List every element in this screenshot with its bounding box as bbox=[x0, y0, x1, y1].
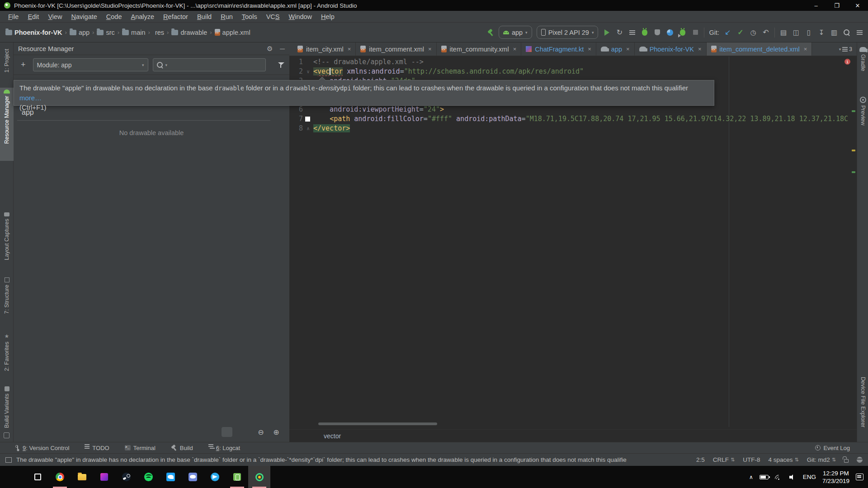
tray-expand-icon[interactable]: ∧ bbox=[749, 474, 753, 480]
menu-help[interactable]: Help bbox=[316, 13, 339, 20]
build-hammer-icon[interactable] bbox=[487, 29, 494, 36]
file-explorer-app[interactable] bbox=[71, 466, 93, 488]
avd-button[interactable] bbox=[805, 28, 813, 37]
code-line-2[interactable]: 2∨<vector xmlns:android="http://schemas.… bbox=[289, 67, 857, 76]
minimize-button[interactable]: – bbox=[806, 0, 826, 11]
add-resource-button[interactable]: + bbox=[18, 60, 28, 70]
menu-navigate[interactable]: Navigate bbox=[67, 13, 102, 20]
breadcrumb-src[interactable]: src bbox=[97, 29, 114, 36]
stripe-build-variants[interactable]: Build Variants bbox=[0, 385, 14, 430]
close-tab-icon[interactable]: × bbox=[626, 46, 630, 52]
git-commit-button[interactable] bbox=[736, 28, 745, 37]
menu-code[interactable]: Code bbox=[102, 13, 127, 20]
clock[interactable]: 12:29 PM 7/23/2019 bbox=[822, 469, 849, 485]
toolwindow-terminal[interactable]: Terminal bbox=[125, 445, 156, 451]
unlock-icon[interactable] bbox=[844, 459, 849, 463]
breadcrumb-main[interactable]: main bbox=[122, 29, 145, 36]
chrome-app[interactable] bbox=[49, 466, 71, 488]
module-dropdown[interactable]: Module: app ▾ bbox=[33, 58, 148, 71]
search-button[interactable] bbox=[843, 28, 851, 37]
tab-app[interactable]: app× bbox=[596, 42, 635, 56]
filter-icon[interactable] bbox=[278, 62, 285, 68]
close-tab-icon[interactable]: × bbox=[804, 46, 807, 52]
indent-selector[interactable]: 4 spaces⇅ bbox=[769, 456, 799, 463]
structure-button[interactable] bbox=[779, 28, 788, 37]
task-view-button[interactable] bbox=[27, 466, 49, 488]
attach-button[interactable] bbox=[679, 28, 687, 37]
git-branch-selector[interactable]: Git: md2⇅ bbox=[807, 456, 836, 463]
twitter-app[interactable] bbox=[160, 466, 182, 488]
breadcrumb-app[interactable]: app bbox=[70, 29, 90, 36]
tab-item-city-xml[interactable]: item_city.xml× bbox=[293, 42, 356, 56]
fold-marker[interactable]: ∧ bbox=[303, 124, 313, 133]
menu-build[interactable]: Build bbox=[193, 13, 216, 20]
horizontal-scrollbar[interactable] bbox=[318, 422, 437, 425]
rollback-button[interactable] bbox=[762, 28, 770, 37]
profile2-button[interactable] bbox=[830, 28, 838, 37]
zoom-out-button[interactable]: ⊖ bbox=[255, 427, 266, 437]
close-tab-icon[interactable]: × bbox=[348, 46, 351, 52]
telegram-app[interactable] bbox=[204, 466, 226, 488]
toolwindow-6-logcat[interactable]: 6: Logcat bbox=[208, 445, 241, 451]
tab-chatfragment-kt[interactable]: ChatFragment.kt× bbox=[521, 42, 596, 56]
menu-file[interactable]: File bbox=[4, 13, 23, 20]
breadcrumb-apple-xml[interactable]: apple.xml bbox=[215, 29, 250, 36]
language-indicator[interactable]: ENG bbox=[803, 474, 816, 480]
menu-analyze[interactable]: Analyze bbox=[127, 13, 159, 20]
history-button[interactable] bbox=[749, 28, 757, 37]
cube-app[interactable] bbox=[93, 466, 115, 488]
steam-app[interactable] bbox=[115, 466, 137, 488]
stripe-layout-captures[interactable]: Layout Captures bbox=[0, 211, 14, 262]
code-line-8[interactable]: 8∧</vector> bbox=[289, 124, 857, 133]
view-bars-button[interactable] bbox=[855, 28, 863, 37]
spotify-app[interactable] bbox=[137, 466, 160, 488]
close-button[interactable]: ✕ bbox=[847, 0, 868, 11]
stripe-gradle[interactable]: Gradle bbox=[857, 45, 868, 73]
wifi-icon[interactable] bbox=[775, 474, 783, 480]
coverage-button[interactable] bbox=[653, 28, 661, 37]
code-line-7[interactable]: 7 <path android:fillColor="#fff" android… bbox=[289, 114, 857, 124]
git-update-button[interactable] bbox=[724, 28, 732, 37]
close-tab-icon[interactable]: × bbox=[698, 46, 702, 52]
stripe-preview[interactable]: Preview bbox=[857, 95, 868, 127]
apply-changes-button[interactable] bbox=[615, 28, 623, 37]
encoding-selector[interactable]: UTF-8 bbox=[743, 456, 760, 463]
menu-run[interactable]: Run bbox=[216, 13, 237, 20]
action-center-icon[interactable] bbox=[856, 474, 863, 480]
zoom-in-button[interactable]: ⊕ bbox=[271, 427, 282, 437]
toolwindow-switcher-icon[interactable] bbox=[4, 432, 9, 438]
gear-icon[interactable]: ⚙ bbox=[267, 45, 273, 53]
close-tab-icon[interactable]: × bbox=[588, 46, 591, 52]
device-dropdown[interactable]: Pixel 2 API 29 ▾ bbox=[537, 26, 599, 39]
fold-marker[interactable]: ∨ bbox=[303, 67, 313, 76]
caret-position[interactable]: 2:5 bbox=[696, 456, 705, 463]
android-studio-app[interactable] bbox=[248, 466, 270, 488]
line-ending-selector[interactable]: CRLF⇅ bbox=[713, 456, 735, 463]
tab-item-comment-xml[interactable]: item_comment.xml× bbox=[356, 42, 436, 56]
close-tab-icon[interactable]: × bbox=[513, 46, 517, 52]
breadcrumb-drawable[interactable]: drawable bbox=[171, 29, 207, 36]
phone-mirror-app[interactable] bbox=[226, 466, 248, 488]
list-view-button[interactable] bbox=[222, 427, 232, 437]
apply-code-button[interactable] bbox=[628, 28, 636, 37]
run-config-dropdown[interactable]: app ▾ bbox=[499, 26, 532, 39]
menu-tools[interactable]: Tools bbox=[237, 13, 262, 20]
breadcrumb-res[interactable]: res bbox=[153, 29, 164, 36]
toolwindow-9-version-control[interactable]: 9: Version Control bbox=[15, 445, 69, 451]
maximize-button[interactable]: ❐ bbox=[826, 0, 847, 11]
toolwindow-todo[interactable]: TODO bbox=[85, 445, 109, 451]
stripe-2-favorites[interactable]: 2: Favorites bbox=[0, 331, 14, 373]
grid-view-button[interactable] bbox=[237, 427, 248, 437]
stripe-7-structure[interactable]: 7: Structure bbox=[0, 276, 14, 316]
code-line-1[interactable]: 1<!-- drawable/apple.xml --> bbox=[289, 57, 857, 67]
stripe-1-project[interactable]: 1: Project bbox=[0, 47, 14, 75]
toolwindow-toggle-icon[interactable] bbox=[5, 457, 12, 463]
more-link[interactable]: more… bbox=[19, 94, 42, 102]
tab-item-community-xml[interactable]: item_community.xml× bbox=[437, 42, 522, 56]
battery-icon[interactable] bbox=[760, 475, 769, 479]
stripe-resource-manager[interactable]: Resource Manager bbox=[0, 88, 14, 161]
menu-window[interactable]: Window bbox=[284, 13, 316, 20]
minimize-panel-icon[interactable]: ─ bbox=[280, 45, 285, 53]
stripe-device-file-explorer[interactable]: Device File Explorer bbox=[857, 375, 868, 429]
search-input[interactable]: ▾ bbox=[153, 58, 266, 71]
